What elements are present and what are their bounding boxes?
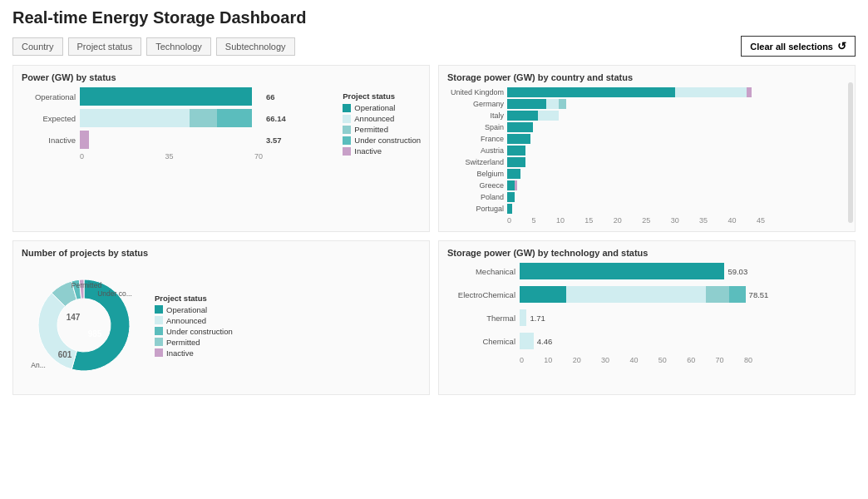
bar-row: Austria	[447, 146, 846, 156]
filters-bar: Country Project status Technology Subtec…	[12, 36, 856, 57]
legend-label: Permitted	[354, 125, 388, 134]
scrollbar[interactable]	[848, 82, 853, 223]
bar-label: Greece	[447, 181, 504, 190]
legend-swatch	[155, 327, 163, 335]
technology-filter[interactable]: Technology	[146, 37, 211, 56]
bar-row: Italy	[447, 111, 846, 121]
bar-segment	[559, 99, 566, 109]
bar-segment	[80, 131, 89, 149]
legend-item: Announced	[343, 114, 421, 123]
bar-label: ElectroChemical	[447, 290, 515, 299]
projects-count-title: Number of projects by status	[22, 248, 421, 258]
bar-label: Germany	[447, 100, 504, 108]
legend-label: Permitted	[166, 338, 200, 347]
legend-item: Announced	[155, 316, 233, 325]
page-title: Real-time Energy Storage Dashboard	[12, 8, 856, 27]
bar-row: Chemical4.46	[447, 333, 846, 349]
bar-segment	[566, 286, 706, 303]
tech-status-panel: Storage power (GW) by technology and sta…	[438, 240, 856, 395]
power-status-title: Power (GW) by status	[22, 72, 421, 82]
bar-value: 59.03	[727, 267, 747, 276]
bar-row: Mechanical59.03	[447, 263, 846, 279]
bar-value: 3.57	[266, 136, 282, 145]
axis-labels: 051015202530354045	[507, 216, 765, 225]
subtechnology-filter[interactable]: Subtechnology	[216, 37, 295, 56]
bar-segment	[507, 192, 515, 202]
bar-row: Switzerland	[447, 157, 846, 167]
bar-label: Mechanical	[447, 267, 515, 276]
bar-value: 66.14	[266, 114, 286, 123]
bar-segment	[507, 204, 512, 214]
country-status-chart: United KingdomGermanyItalySpainFranceAus…	[447, 87, 846, 225]
legend-swatch	[343, 147, 351, 156]
power-status-chart: Operational66Expected66.14Inactive3.5703…	[22, 87, 336, 161]
projects-count-panel: Number of projects by status 985601147Pe…	[12, 240, 430, 395]
bar-label: Belgium	[447, 170, 504, 178]
legend-item: Operational	[343, 103, 421, 112]
country-status-panel: Storage power (GW) by country and status…	[438, 65, 856, 232]
bar-segment	[546, 99, 560, 109]
bar-label: Thermal	[447, 314, 515, 323]
project-status-filter[interactable]: Project status	[68, 37, 142, 56]
charts-grid: Power (GW) by status Operational66Expect…	[12, 65, 856, 395]
legend-swatch	[155, 338, 163, 346]
bar-segment	[538, 111, 559, 121]
bar-segment	[507, 87, 675, 97]
refresh-icon: ↺	[837, 40, 846, 52]
bar-row: Expected66.14	[22, 109, 336, 127]
legend-label: Operational	[166, 305, 207, 314]
bar-row: Thermal1.71	[447, 309, 846, 326]
bar-segment	[507, 134, 530, 144]
power-status-panel: Power (GW) by status Operational66Expect…	[12, 65, 430, 232]
legend-swatch	[155, 305, 163, 314]
legend-swatch	[343, 115, 351, 123]
bar-label: United Kingdom	[447, 88, 504, 96]
bar-label: Spain	[447, 123, 504, 131]
country-status-title: Storage power (GW) by country and status	[447, 72, 846, 82]
legend-swatch	[155, 348, 163, 357]
legend-swatch	[343, 126, 351, 134]
bar-label: Austria	[447, 146, 504, 155]
country-filter[interactable]: Country	[12, 37, 63, 56]
bar-segment	[520, 309, 526, 326]
legend-item: Inactive	[343, 146, 421, 156]
legend-item: Permitted	[155, 338, 233, 347]
bar-value: 4.46	[537, 337, 553, 346]
bar-segment	[80, 109, 190, 127]
legend-swatch	[155, 316, 163, 324]
bar-row: France	[447, 134, 846, 144]
legend-item: Under construction	[155, 327, 233, 336]
bar-label: Chemical	[447, 337, 515, 346]
legend-label: Operational	[354, 103, 395, 112]
bar-row: Inactive3.57	[22, 131, 336, 149]
bar-segment	[507, 157, 525, 167]
legend-item: Permitted	[343, 125, 421, 134]
bar-label: France	[447, 135, 504, 143]
bar-row: Greece	[447, 180, 846, 190]
legend-swatch	[343, 136, 351, 145]
legend-label: Announced	[354, 114, 394, 123]
bar-row: Portugal	[447, 204, 846, 214]
bar-row: Belgium	[447, 169, 846, 179]
axis-labels: 01020304050607080	[520, 356, 752, 364]
donut-chart: 985601147PermittedUnder co...An...	[22, 263, 146, 388]
bar-segment	[507, 180, 515, 190]
legend-label: Inactive	[166, 348, 194, 358]
bar-label: Inactive	[22, 136, 76, 145]
tech-status-title: Storage power (GW) by technology and sta…	[447, 248, 846, 258]
legend-item: Operational	[155, 305, 233, 314]
legend-swatch	[343, 104, 351, 112]
bar-segment	[747, 87, 752, 97]
bar-label: Expected	[22, 114, 76, 123]
bar-segment	[706, 286, 729, 303]
legend-item: Inactive	[155, 348, 233, 358]
legend-label: Announced	[166, 316, 206, 325]
bar-row: Germany	[447, 99, 846, 109]
clear-selections-button[interactable]: Clear all selections ↺	[741, 36, 856, 57]
bar-segment	[507, 122, 533, 132]
bar-segment	[190, 109, 217, 127]
bar-row: Operational66	[22, 87, 336, 106]
bar-segment	[515, 180, 517, 190]
bar-row: ElectroChemical78.51	[447, 286, 846, 303]
bar-label: Portugal	[447, 205, 504, 213]
